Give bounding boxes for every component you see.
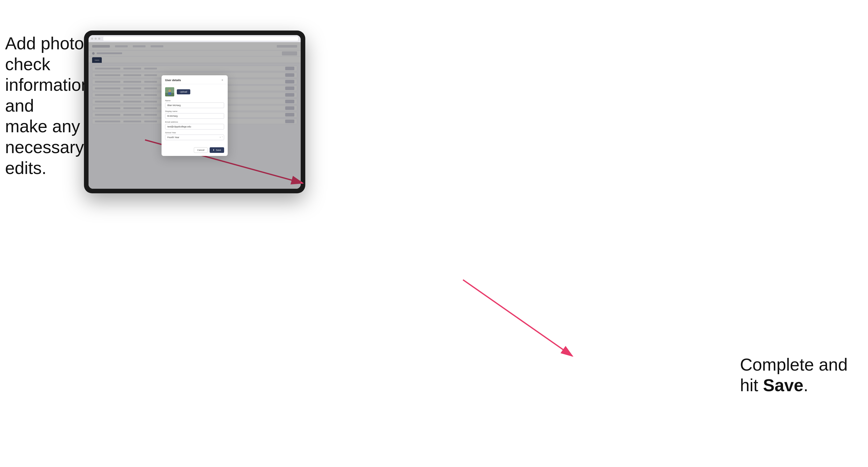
select-clear-icon[interactable]: × — [220, 136, 221, 138]
name-input[interactable] — [165, 102, 224, 108]
email-field-group: Email address — [165, 121, 224, 129]
modal-footer: Cancel ⬆ Save — [161, 145, 228, 156]
school-year-field-group: School Year Fourth Year First Year Secon… — [165, 131, 224, 140]
svg-rect-3 — [168, 92, 171, 95]
user-details-modal: User details × — [161, 75, 228, 156]
select-icons: × ⌃ — [220, 136, 223, 138]
svg-line-7 — [463, 280, 572, 356]
school-year-label: School Year — [165, 131, 224, 134]
browser-url-bar — [103, 37, 298, 41]
browser-dot-1 — [91, 38, 93, 40]
modal-header: User details × — [161, 75, 228, 84]
name-label: Name — [165, 99, 224, 102]
display-name-input[interactable] — [165, 113, 224, 119]
user-photo-thumb — [165, 87, 174, 96]
user-photo-image — [165, 87, 174, 96]
email-label: Email address — [165, 121, 224, 123]
chevron-down-icon[interactable]: ⌃ — [222, 136, 223, 138]
upload-photo-button[interactable]: Upload — [177, 89, 190, 94]
modal-close-button[interactable]: × — [221, 79, 224, 82]
browser-dot-2 — [95, 38, 97, 40]
app-content: Users — [89, 42, 301, 189]
cancel-button[interactable]: Cancel — [194, 147, 208, 153]
save-button[interactable]: ⬆ Save — [210, 147, 224, 153]
browser-bar — [89, 35, 301, 42]
photo-section: Upload — [165, 87, 224, 96]
modal-body: Upload Name Display name — [161, 84, 228, 145]
modal-title: User details — [165, 79, 181, 82]
tablet-device: Users — [84, 31, 305, 193]
school-year-select-wrapper: Fourth Year First Year Second Year Third… — [165, 134, 224, 140]
display-name-label: Display name — [165, 110, 224, 113]
svg-point-2 — [168, 90, 171, 92]
save-label: Save — [216, 149, 221, 151]
email-input[interactable] — [165, 124, 224, 129]
tablet-screen: Users — [89, 35, 301, 189]
school-year-select[interactable]: Fourth Year First Year Second Year Third… — [165, 134, 224, 140]
name-field-group: Name — [165, 99, 224, 108]
save-icon: ⬆ — [213, 149, 215, 151]
display-name-field-group: Display name — [165, 110, 224, 119]
browser-dot-3 — [98, 38, 100, 40]
right-annotation: Complete and hit Save. — [740, 354, 848, 396]
modal-overlay: User details × — [89, 42, 301, 189]
